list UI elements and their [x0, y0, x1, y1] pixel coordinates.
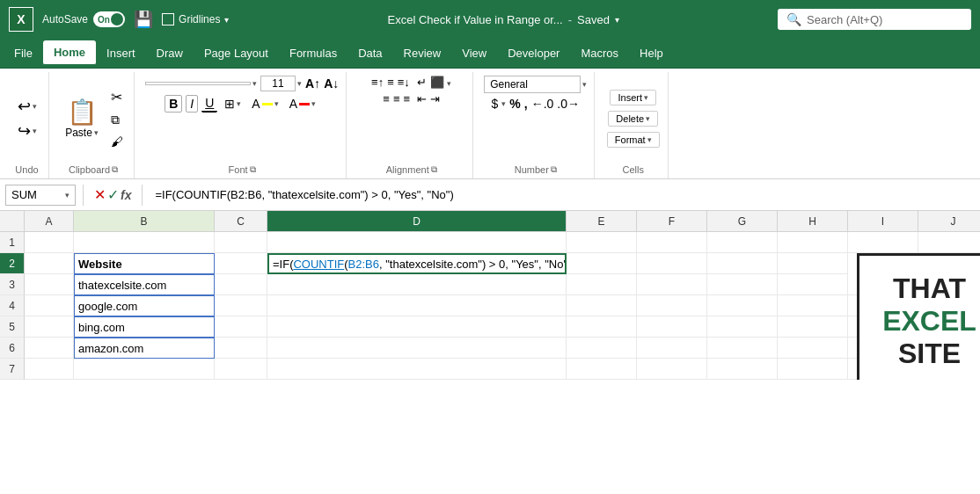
formula-fx-button[interactable]: fx [121, 188, 131, 202]
col-header-b[interactable]: B [74, 211, 215, 231]
cell-f7[interactable] [637, 359, 707, 380]
cell-d1[interactable] [267, 232, 567, 253]
cell-g1[interactable] [707, 232, 778, 253]
cell-e2[interactable] [567, 253, 637, 274]
font-grow-icon[interactable]: A↑ [305, 76, 320, 91]
increase-decimal-button[interactable]: .0→ [557, 97, 580, 111]
col-header-j[interactable]: J [918, 211, 980, 231]
row-header-3[interactable]: 3 [0, 274, 25, 295]
format-cells-button[interactable]: Format ▾ [607, 132, 660, 148]
paste-dropdown-icon[interactable]: ▾ [94, 128, 99, 137]
menu-macros[interactable]: Macros [570, 41, 629, 65]
cell-f4[interactable] [637, 295, 707, 316]
align-top-icon[interactable]: ≡↑ [371, 76, 384, 89]
clipboard-expand-icon[interactable]: ⧉ [112, 164, 118, 175]
col-header-i[interactable]: I [848, 211, 918, 231]
menu-home[interactable]: Home [43, 40, 96, 66]
cell-e7[interactable] [567, 359, 637, 380]
cell-a5[interactable] [25, 316, 74, 338]
paste-button[interactable]: 📋 Paste ▾ [60, 94, 104, 142]
cell-d3[interactable] [267, 274, 567, 295]
menu-formulas[interactable]: Formulas [279, 41, 347, 65]
cell-c4[interactable] [215, 295, 267, 316]
row-header-6[interactable]: 6 [0, 338, 25, 359]
copy-button[interactable]: ⧉ [107, 111, 127, 129]
menu-page-layout[interactable]: Page Layout [194, 41, 279, 65]
cell-e6[interactable] [567, 338, 637, 359]
cell-i1[interactable] [848, 232, 918, 253]
decrease-decimal-button[interactable]: ←.0 [531, 97, 554, 111]
alignment-expand-icon[interactable]: ⧉ [431, 164, 437, 175]
delete-cells-button[interactable]: Delete ▾ [608, 111, 658, 127]
number-format-dropdown[interactable]: General ▾ [484, 76, 587, 93]
number-expand-icon[interactable]: ⧉ [551, 164, 557, 175]
align-center-icon[interactable]: ≡ [393, 92, 400, 105]
name-box-dropdown[interactable]: ▾ [65, 191, 69, 200]
gridlines-checkbox[interactable] [162, 13, 174, 25]
col-header-e[interactable]: E [567, 211, 637, 231]
cell-g6[interactable] [707, 338, 778, 359]
cell-j1[interactable] [918, 232, 980, 253]
cell-a6[interactable] [25, 338, 74, 359]
gridlines-dropdown-icon[interactable]: ▾ [224, 15, 229, 25]
formula-input-area[interactable]: =IF(COUNTIF(B2:B6, "thatexcelsite.com") … [150, 188, 975, 201]
menu-view[interactable]: View [451, 41, 497, 65]
cell-a1[interactable] [25, 232, 74, 253]
currency-dropdown-icon[interactable]: ▾ [501, 99, 506, 108]
cell-g3[interactable] [707, 274, 778, 295]
row-header-5[interactable]: 5 [0, 316, 25, 338]
cell-i2[interactable]: THAT EXCEL SITE [848, 253, 918, 274]
formula-confirm-button[interactable]: ✓ [107, 186, 119, 203]
menu-help[interactable]: Help [629, 41, 674, 65]
border-button[interactable]: ⊞ ▾ [221, 95, 245, 113]
format-painter-button[interactable]: 🖌 [107, 133, 127, 150]
currency-button[interactable]: $ [491, 97, 498, 111]
cell-e3[interactable] [567, 274, 637, 295]
decrease-indent-icon[interactable]: ⇤ [417, 92, 427, 105]
font-color-button[interactable]: A ▾ [286, 95, 319, 113]
search-box[interactable]: 🔍 Search (Alt+Q) [778, 9, 971, 30]
col-header-a[interactable]: A [25, 211, 74, 231]
cell-b5[interactable]: bing.com [74, 316, 215, 338]
align-bottom-icon[interactable]: ≡↓ [398, 76, 410, 89]
cut-button[interactable]: ✂ [107, 87, 127, 107]
comma-button[interactable]: , [524, 97, 528, 111]
wrap-text-icon[interactable]: ↵ [417, 76, 427, 89]
formula-cancel-button[interactable]: ✕ [94, 186, 106, 203]
merge-cells-icon[interactable]: ⬛ ▾ [430, 76, 452, 89]
insert-cells-button[interactable]: Insert ▾ [610, 90, 656, 105]
cell-a4[interactable] [25, 295, 74, 316]
cell-h6[interactable] [778, 338, 848, 359]
cell-d2[interactable]: =IF(COUNTIF(B2:B6, "thatexcelsite.com") … [267, 253, 567, 274]
menu-insert[interactable]: Insert [96, 41, 146, 65]
cell-a2[interactable] [25, 253, 74, 274]
font-name-dropdown[interactable]: ▾ [145, 79, 257, 88]
menu-draw[interactable]: Draw [146, 41, 194, 65]
font-shrink-icon[interactable]: A↓ [324, 76, 339, 91]
cell-d5[interactable] [267, 316, 567, 338]
cell-e4[interactable] [567, 295, 637, 316]
cell-g2[interactable] [707, 253, 778, 274]
fill-color-button[interactable]: A ▾ [248, 95, 282, 113]
cell-f3[interactable] [637, 274, 707, 295]
row-header-1[interactable]: 1 [0, 232, 25, 253]
font-expand-icon[interactable]: ⧉ [250, 164, 256, 175]
cell-h2[interactable] [778, 253, 848, 274]
cell-h7[interactable] [778, 359, 848, 380]
cell-g4[interactable] [707, 295, 778, 316]
row-header-2[interactable]: 2 [0, 253, 25, 274]
underline-button[interactable]: U [201, 95, 217, 113]
save-icon[interactable]: 💾 [134, 10, 153, 29]
increase-indent-icon[interactable]: ⇥ [430, 92, 440, 105]
col-header-f[interactable]: F [637, 211, 707, 231]
cell-a7[interactable] [25, 359, 74, 380]
cell-a3[interactable] [25, 274, 74, 295]
cell-f5[interactable] [637, 316, 707, 338]
cell-f1[interactable] [637, 232, 707, 253]
cell-g7[interactable] [707, 359, 778, 380]
cell-c7[interactable] [215, 359, 267, 380]
cell-h5[interactable] [778, 316, 848, 338]
cell-b3[interactable]: thatexcelsite.com [74, 274, 215, 295]
menu-file[interactable]: File [4, 41, 43, 65]
align-middle-icon[interactable]: ≡ [387, 76, 394, 89]
